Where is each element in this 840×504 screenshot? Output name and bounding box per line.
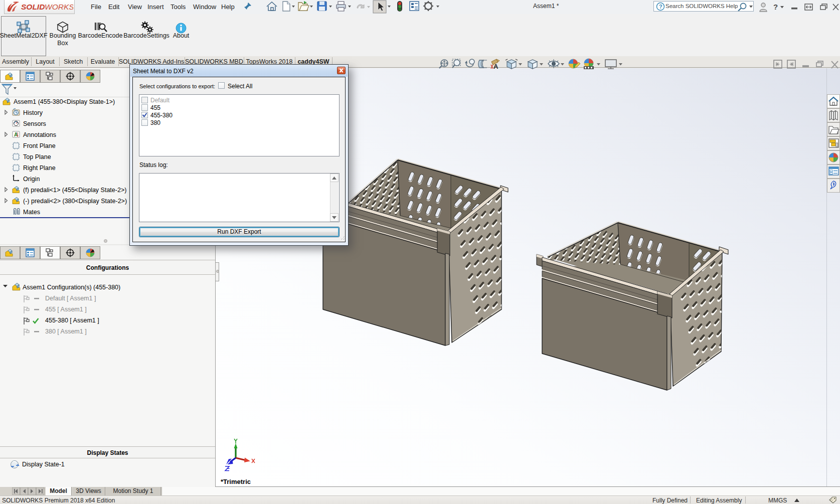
svg-text:WORKS: WORKS: [45, 3, 73, 11]
svg-text:SOLID: SOLID: [21, 3, 45, 11]
svg-text:?: ?: [773, 3, 778, 11]
svg-text:?: ?: [659, 4, 662, 10]
